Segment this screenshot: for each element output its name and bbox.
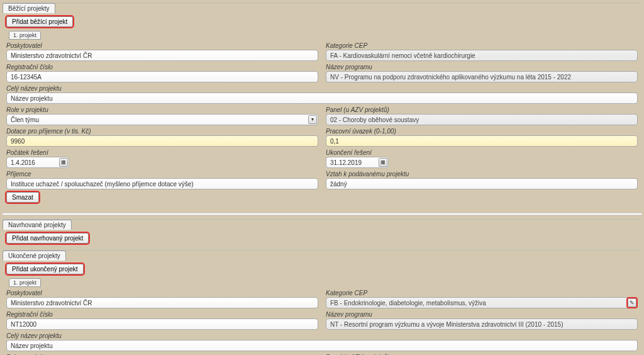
- subtab-finished-1[interactable]: 1. projekt: [9, 278, 41, 287]
- label-provider-f: Poskytovatel: [6, 290, 318, 296]
- label-program-f: Název programu: [326, 311, 638, 318]
- cep-readonly-f: FB - Endokrinologie, diabetologie, metab…: [326, 297, 638, 308]
- recipient-input[interactable]: Instituce uchazeč / spoluuchazeč (myšlen…: [6, 178, 318, 189]
- name-input[interactable]: Název projektu: [6, 93, 638, 104]
- calendar-icon[interactable]: ▦: [59, 158, 68, 167]
- provider-input[interactable]: Ministerstvo zdravotnictví ČR: [6, 50, 318, 61]
- label-reg: Registrační číslo: [6, 64, 318, 70]
- workload-input[interactable]: 0,1: [326, 135, 638, 147]
- add-finished-button[interactable]: Přidat ukončený projekt: [6, 264, 84, 274]
- label-start: Počátek řešení: [6, 149, 318, 156]
- label-workload: Pracovní úvazek (0-1,00): [326, 128, 638, 135]
- label-panel: Panel (u AZV projektů): [326, 106, 638, 113]
- label-recipient: Příjemce: [6, 171, 318, 178]
- role-select[interactable]: Člen týmu: [6, 114, 318, 125]
- program-readonly: NV - Programu na podporu zdravotnického …: [326, 71, 638, 82]
- reg-input-f[interactable]: NT12000: [6, 318, 318, 330]
- delete-running-button[interactable]: Smazat: [6, 192, 39, 203]
- name-input-f[interactable]: Název projektu: [6, 340, 638, 351]
- add-proposed-button[interactable]: Přidat navrhovaný projekt: [6, 233, 89, 244]
- edit-icon[interactable]: ✎: [628, 298, 636, 307]
- provider-input-f[interactable]: Ministerstvo zdravotnictví ČR: [6, 297, 318, 308]
- calendar-icon[interactable]: ▦: [379, 158, 387, 167]
- tab-running[interactable]: Běžící projekty: [3, 3, 55, 13]
- grant-input[interactable]: 9960: [6, 135, 318, 147]
- label-program: Název programu: [326, 64, 638, 70]
- label-reg-f: Registrační číslo: [6, 311, 318, 318]
- label-cep-f: Kategorie CEP: [326, 290, 638, 296]
- label-provider: Poskytovatel: [6, 42, 318, 49]
- reg-input[interactable]: 16-12345A: [6, 71, 318, 82]
- label-fullname-f: Celý název projektu: [6, 332, 638, 339]
- panel-readonly: 02 - Choroby oběhové soustavy: [326, 114, 638, 125]
- label-fullname: Celý název projektu: [6, 85, 638, 92]
- label-end: Ukončení řešení: [326, 149, 638, 156]
- label-role: Role v projektu: [6, 106, 318, 113]
- add-running-button[interactable]: Přidat běžící projekt: [6, 16, 73, 27]
- label-cep: Kategorie CEP: [326, 42, 638, 49]
- divider: [3, 213, 641, 215]
- tab-finished[interactable]: Ukončené projekty: [3, 251, 66, 261]
- tab-proposed[interactable]: Navrhované projekty: [3, 220, 72, 230]
- label-grant: Dotace pro příjemce (v tis. Kč): [6, 128, 318, 135]
- program-readonly-f: NT - Resortní program výzkumu a vývoje M…: [326, 318, 638, 330]
- subtab-running-1[interactable]: 1. projekt: [9, 31, 41, 40]
- relation-input[interactable]: žádný: [326, 178, 638, 189]
- label-relation: Vztah k podávanému projektu: [326, 171, 638, 178]
- cep-readonly: FA - Kardiovaskulární nemoci včetně kard…: [326, 50, 638, 61]
